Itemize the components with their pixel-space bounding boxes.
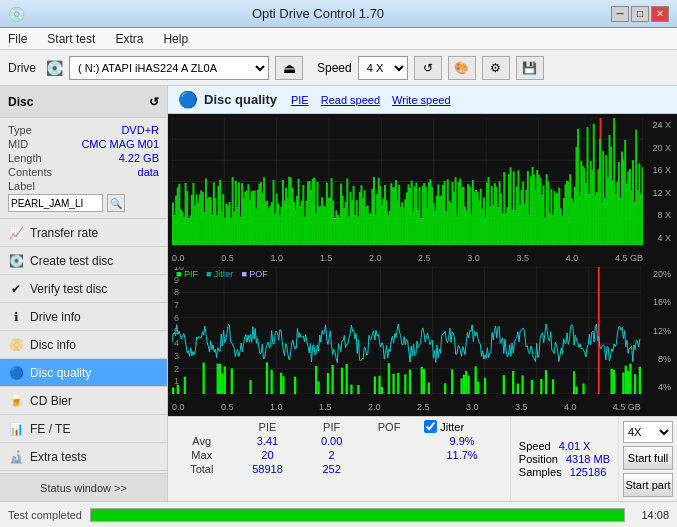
sidebar-item-fe-te[interactable]: 📊 FE / TE [0,415,167,443]
sidebar-item-disc-quality[interactable]: 🔵 Disc quality [0,359,167,387]
start-full-button[interactable]: Start full [623,446,673,470]
sidebar-item-extra-tests[interactable]: 🔬 Extra tests [0,443,167,471]
save-button[interactable]: 💾 [516,56,544,80]
minimize-button[interactable]: ─ [611,6,629,22]
mid-label: MID [8,138,28,150]
col-pof: POF [360,419,418,434]
statusbar: Test completed 14:08 [0,501,677,527]
stats-table-area: PIE PIF POF Jitter Avg 3.41 0 [168,417,510,501]
disc-header: Disc ↺ [0,86,167,118]
quality-speed-select[interactable]: 4X 2X 8X [623,421,673,443]
titlebar: 💿 Opti Drive Control 1.70 ─ □ ✕ [0,0,677,28]
max-pif: 2 [303,448,359,462]
sidebar-item-transfer-rate[interactable]: 📈 Transfer rate [0,219,167,247]
transfer-rate-icon: 📈 [8,225,24,241]
max-label: Max [172,448,232,462]
tab-read-speed[interactable]: Read speed [321,94,380,106]
menu-help[interactable]: Help [159,30,192,48]
label-search-button[interactable]: 🔍 [107,194,125,212]
content-area: 🔵 Disc quality PIE Read speed Write spee… [168,86,677,501]
max-jitter: 11.7% [418,448,506,462]
disc-label-input[interactable] [8,194,103,212]
avg-row: Avg 3.41 0.00 9.9% [172,434,506,448]
sidebar-menu: 📈 Transfer rate 💽 Create test disc ✔ Ver… [0,219,167,473]
disc-refresh-icon[interactable]: ↺ [149,95,159,109]
sidebar-item-label: Verify test disc [30,282,107,296]
extra-tests-icon: 🔬 [8,449,24,465]
speed-select[interactable]: 4 X 1 X 2 X 8 X [358,56,408,80]
sidebar: Disc ↺ Type DVD+R MID CMC MAG M01 Length… [0,86,168,501]
stats-data-table: PIE PIF POF Jitter Avg 3.41 0 [172,419,506,476]
total-pie: 58918 [232,462,304,476]
sidebar-item-drive-info[interactable]: ℹ Drive info [0,303,167,331]
avg-pif: 0.00 [303,434,359,448]
total-pof [360,462,418,476]
menu-file[interactable]: File [4,30,31,48]
maximize-button[interactable]: □ [631,6,649,22]
max-pie: 20 [232,448,304,462]
disc-type-row: Type DVD+R [8,124,159,136]
top-chart: 24 X 20 X 16 X 12 X 8 X 4 X 0.0 0.5 1.0 … [172,118,673,263]
position-label: Position [519,453,558,465]
total-jitter [418,462,506,476]
disc-info-panel: Type DVD+R MID CMC MAG M01 Length 4.22 G… [0,118,167,219]
jitter-checkbox-row: Jitter [424,420,500,433]
sidebar-item-disc-info[interactable]: 📀 Disc info [0,331,167,359]
disc-length-row: Length 4.22 GB [8,152,159,164]
speed-label: Speed [317,61,352,75]
content-header: 🔵 Disc quality PIE Read speed Write spee… [168,86,677,114]
main-area: Disc ↺ Type DVD+R MID CMC MAG M01 Length… [0,86,677,501]
drive-select[interactable]: ( N:) ATAPI iHAS224 A ZL0A [69,56,269,80]
col-pif: PIF [303,419,359,434]
max-pof [360,448,418,462]
drive-label: Drive [8,61,36,75]
fe-te-icon: 📊 [8,421,24,437]
settings-button[interactable]: ⚙ [482,56,510,80]
start-part-button[interactable]: Start part [623,473,673,497]
sidebar-item-cd-bier[interactable]: 🍺 CD Bier [0,387,167,415]
window-controls: ─ □ ✕ [611,6,669,22]
contents-label: Contents [8,166,52,178]
max-row: Max 20 2 11.7% [172,448,506,462]
drive-info-icon: ℹ [8,309,24,325]
speed-value: 4.01 X [559,440,591,452]
sidebar-item-label: CD Bier [30,394,72,408]
total-label: Total [172,462,232,476]
palette-button[interactable]: 🎨 [448,56,476,80]
action-buttons-panel: 4X 2X 8X Start full Start part [618,417,677,501]
length-label: Length [8,152,42,164]
avg-pof [360,434,418,448]
stats-panel: PIE PIF POF Jitter Avg 3.41 0 [168,416,677,501]
avg-jitter: 9.9% [418,434,506,448]
disc-quality-icon: 🔵 [8,365,24,381]
content-title: Disc quality [204,92,277,107]
refresh-button[interactable]: ↺ [414,56,442,80]
eject-button[interactable]: ⏏ [275,56,303,80]
menu-extra[interactable]: Extra [111,30,147,48]
tab-write-speed[interactable]: Write speed [392,94,451,106]
disc-header-label: Disc [8,95,33,109]
sidebar-item-verify-test-disc[interactable]: ✔ Verify test disc [0,275,167,303]
create-test-disc-icon: 💽 [8,253,24,269]
close-button[interactable]: ✕ [651,6,669,22]
samples-label: Samples [519,466,562,478]
col-pie: PIE [232,419,304,434]
avg-pie: 3.41 [232,434,304,448]
contents-value: data [138,166,159,178]
sidebar-item-label: Drive info [30,310,81,324]
progress-bar [90,508,625,522]
menu-start-test[interactable]: Start test [43,30,99,48]
verify-test-disc-icon: ✔ [8,281,24,297]
sidebar-item-label: Disc quality [30,366,91,380]
avg-label: Avg [172,434,232,448]
sidebar-item-create-test-disc[interactable]: 💽 Create test disc [0,247,167,275]
menubar: File Start test Extra Help [0,28,677,50]
jitter-checkbox[interactable] [424,420,437,433]
total-pif: 252 [303,462,359,476]
status-window-button[interactable]: Status window >> [0,473,167,501]
cd-bier-icon: 🍺 [8,393,24,409]
disc-mid-row: MID CMC MAG M01 [8,138,159,150]
sidebar-item-label: Create test disc [30,254,113,268]
mid-value: CMC MAG M01 [81,138,159,150]
tab-pie[interactable]: PIE [291,94,309,106]
